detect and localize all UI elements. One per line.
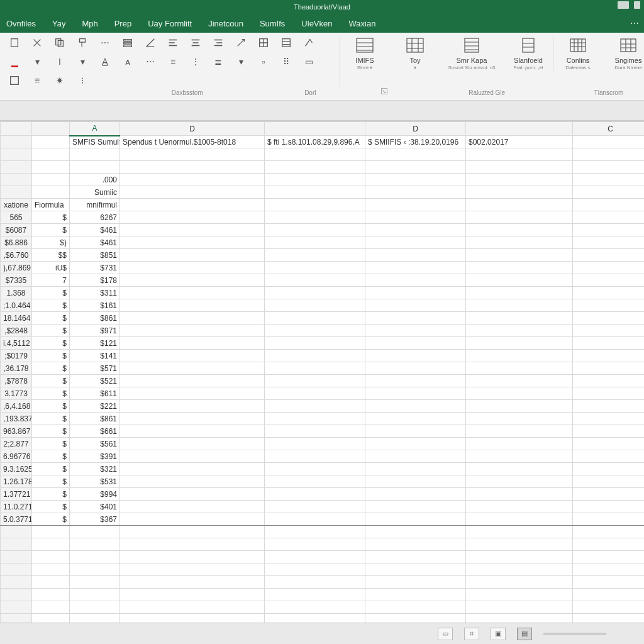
cell[interactable]: 5.0.3771 bbox=[1, 513, 32, 526]
cell[interactable] bbox=[573, 350, 645, 362]
cell[interactable]: $391 bbox=[70, 450, 120, 463]
cell[interactable]: $7335 bbox=[1, 274, 32, 287]
cell[interactable] bbox=[120, 551, 265, 564]
cell[interactable]: $ bbox=[32, 501, 70, 513]
cell[interactable] bbox=[32, 576, 70, 589]
cell[interactable] bbox=[573, 538, 645, 551]
cell[interactable] bbox=[120, 236, 265, 249]
cell[interactable]: .000 bbox=[70, 174, 120, 186]
menu-tab-formulas[interactable]: Uay Formlitt bbox=[148, 19, 192, 28]
cell[interactable]: $ bbox=[32, 450, 70, 463]
cell[interactable] bbox=[466, 236, 573, 249]
cell[interactable] bbox=[365, 463, 466, 475]
cell[interactable] bbox=[265, 564, 365, 576]
menu-tab-yay[interactable]: Yay bbox=[52, 19, 65, 28]
cell[interactable]: $ bbox=[32, 362, 70, 375]
table-row[interactable]: 1.368$$311 bbox=[1, 287, 645, 299]
cell[interactable]: ,$7878 bbox=[1, 375, 32, 387]
cell[interactable] bbox=[265, 287, 365, 299]
cell[interactable] bbox=[265, 438, 365, 450]
menu-tab-sumifs[interactable]: SumIfs bbox=[260, 19, 285, 28]
cell[interactable]: ,$2848 bbox=[1, 325, 32, 337]
cell[interactable]: $561 bbox=[70, 438, 120, 450]
cell[interactable] bbox=[365, 287, 466, 299]
table-row[interactable]: ,$7878$$521 bbox=[1, 375, 645, 387]
cell[interactable] bbox=[120, 362, 265, 375]
cell[interactable]: $ bbox=[32, 211, 70, 224]
cell[interactable] bbox=[265, 513, 365, 526]
cell[interactable] bbox=[70, 576, 120, 589]
cell[interactable] bbox=[365, 551, 466, 564]
cell[interactable] bbox=[466, 299, 573, 312]
cell[interactable] bbox=[365, 249, 466, 262]
cell[interactable]: 7 bbox=[32, 274, 70, 287]
cell[interactable] bbox=[466, 576, 573, 589]
table-row[interactable]: 2;2.877$$561 bbox=[1, 438, 645, 450]
table-format-icon[interactable]: ≡ bbox=[30, 74, 44, 87]
toy-button[interactable]: Toy ▾ bbox=[396, 36, 435, 71]
menu-tab-mph[interactable]: Mph bbox=[82, 19, 97, 28]
cell[interactable] bbox=[265, 186, 365, 199]
cell[interactable]: ,$6.760 bbox=[1, 249, 32, 262]
cell[interactable] bbox=[365, 564, 466, 576]
cell[interactable] bbox=[466, 438, 573, 450]
table-row[interactable] bbox=[1, 614, 645, 623]
decimal-dec-icon[interactable]: ▭ bbox=[302, 55, 316, 68]
view-pagebreak-button[interactable]: ▣ bbox=[491, 628, 506, 640]
cell[interactable]: ,6,4.168 bbox=[1, 400, 32, 413]
cell[interactable] bbox=[466, 174, 573, 186]
cell[interactable]: $161 bbox=[70, 299, 120, 312]
cell[interactable] bbox=[1, 589, 32, 601]
cell[interactable] bbox=[265, 199, 365, 211]
cell[interactable] bbox=[32, 161, 70, 174]
cell[interactable]: $ bbox=[32, 400, 70, 413]
cell[interactable]: $531 bbox=[70, 475, 120, 488]
cell[interactable] bbox=[265, 387, 365, 400]
cell[interactable]: $6.886 bbox=[1, 236, 32, 249]
cell[interactable]: 9.3.1625 bbox=[1, 463, 32, 475]
cell[interactable] bbox=[265, 211, 365, 224]
cell[interactable]: $661 bbox=[70, 425, 120, 438]
cell[interactable] bbox=[573, 614, 645, 623]
cell[interactable] bbox=[365, 614, 466, 623]
cell[interactable] bbox=[265, 488, 365, 501]
cell[interactable] bbox=[265, 463, 365, 475]
cell[interactable]: 1.37721 bbox=[1, 488, 32, 501]
table-row[interactable] bbox=[1, 551, 645, 564]
cell[interactable] bbox=[365, 375, 466, 387]
table-row[interactable]: 11.0.271$$401 bbox=[1, 501, 645, 513]
cell[interactable] bbox=[265, 589, 365, 601]
cell[interactable] bbox=[466, 337, 573, 350]
cell[interactable] bbox=[265, 299, 365, 312]
table-row[interactable]: xationeFiormulamnifirmul bbox=[1, 199, 645, 211]
sngimes-button[interactable]: Sngimes Dura Ntrene bbox=[609, 36, 644, 71]
cell[interactable] bbox=[365, 538, 466, 551]
cell[interactable]: $611 bbox=[70, 387, 120, 400]
table-row[interactable] bbox=[1, 601, 645, 614]
cell[interactable] bbox=[120, 601, 265, 614]
cell[interactable] bbox=[365, 413, 466, 425]
cell[interactable] bbox=[573, 488, 645, 501]
cell[interactable] bbox=[70, 614, 120, 623]
cell[interactable] bbox=[120, 174, 265, 186]
cell[interactable] bbox=[32, 551, 70, 564]
cell[interactable] bbox=[573, 601, 645, 614]
cell[interactable] bbox=[265, 274, 365, 287]
cell-styles-icon[interactable]: ✷ bbox=[53, 74, 67, 87]
align-right-icon[interactable] bbox=[211, 36, 225, 49]
menu-overflow-icon[interactable]: ⋯ bbox=[630, 18, 639, 28]
cell[interactable] bbox=[573, 589, 645, 601]
cell[interactable] bbox=[365, 174, 466, 186]
cell[interactable] bbox=[573, 274, 645, 287]
cell[interactable] bbox=[120, 400, 265, 413]
cell[interactable] bbox=[265, 161, 365, 174]
cell[interactable]: 11.0.271 bbox=[1, 501, 32, 513]
cell[interactable]: 6267 bbox=[70, 211, 120, 224]
cell[interactable] bbox=[365, 488, 466, 501]
cell[interactable] bbox=[265, 362, 365, 375]
cell[interactable] bbox=[466, 362, 573, 375]
table-row[interactable]: $6087$$461 bbox=[1, 224, 645, 236]
cell[interactable] bbox=[365, 526, 466, 538]
menu-tab-waxian[interactable]: Waxian bbox=[349, 19, 376, 28]
wrap-text-icon[interactable] bbox=[279, 36, 293, 49]
